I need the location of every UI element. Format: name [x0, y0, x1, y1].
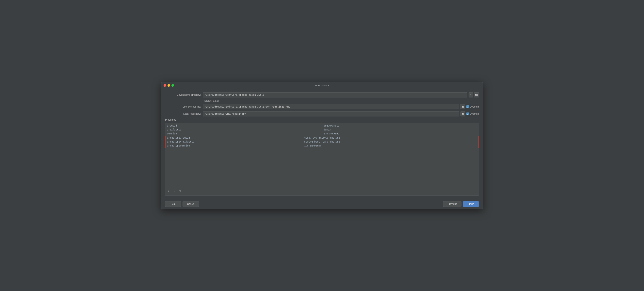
add-icon: +	[168, 190, 169, 193]
svg-rect-1	[475, 94, 476, 95]
user-settings-input[interactable]	[203, 104, 459, 109]
footer-left-buttons: Help Cancel	[165, 201, 199, 207]
maven-version-note: (Version: 3.6.3)	[203, 99, 479, 102]
cancel-button[interactable]: Cancel	[182, 201, 199, 207]
table-row[interactable]: artifactId demo3	[165, 128, 479, 132]
title-bar: New Project	[161, 82, 483, 89]
minimize-button[interactable]	[168, 84, 170, 87]
prop-val-archetype-version: 1.0-SNAPSHOT	[303, 144, 478, 148]
maximize-button[interactable]	[172, 84, 174, 87]
prop-val-version: 1.0-SNAPSHOT	[322, 132, 479, 136]
remove-property-button[interactable]: −	[172, 189, 177, 194]
table-row[interactable]: archetypeArtifactId spring-boot-jpa-arch…	[166, 140, 479, 144]
user-settings-input-group: Override	[203, 104, 479, 109]
dialog-content: Maven home directory: ▾ (Version: 3.6.3)…	[161, 89, 483, 199]
user-settings-override-label: Override	[470, 105, 479, 108]
user-settings-row: User settings file: Override	[165, 104, 479, 109]
user-settings-override-group: Override	[466, 105, 479, 108]
prop-val-archetype-artifactid: spring-boot-jpa-archetype	[303, 140, 478, 144]
finish-button[interactable]: Finish	[463, 201, 479, 207]
folder-icon	[462, 113, 464, 115]
table-row[interactable]: groupId org.example	[165, 124, 479, 128]
properties-container: groupId org.example artifactId demo3 ver…	[165, 123, 479, 195]
maven-home-label: Maven home directory:	[165, 94, 201, 96]
dialog-title: New Project	[315, 84, 329, 87]
table-row[interactable]: archetypeGroupId club.javafamily.archety…	[166, 136, 479, 140]
prop-val-groupid: org.example	[322, 124, 479, 128]
folder-icon	[475, 94, 478, 96]
maven-home-dropdown-button[interactable]: ▾	[468, 92, 473, 98]
local-repo-override-group: Override	[466, 113, 479, 115]
help-button[interactable]: Help	[165, 201, 181, 207]
local-repo-browse-button[interactable]	[460, 111, 465, 116]
user-settings-browse-button[interactable]	[460, 104, 465, 109]
maven-home-input-group: ▾	[203, 92, 479, 98]
prop-key-groupid: groupId	[165, 124, 322, 128]
properties-table-normal: groupId org.example artifactId demo3 ver…	[165, 124, 479, 136]
prop-key-artifactid: artifactId	[165, 128, 322, 132]
user-settings-override-checkbox[interactable]	[466, 105, 469, 108]
prop-key-archetype-artifactid: archetypeArtifactId	[166, 140, 303, 144]
previous-button[interactable]: Previous	[443, 201, 462, 207]
local-repo-label: Local repository:	[165, 113, 201, 115]
user-settings-label: User settings file:	[165, 105, 201, 108]
properties-spacer	[165, 148, 479, 187]
maven-home-browse-button[interactable]	[474, 92, 479, 98]
prop-key-archetype-version: archetypeVersion	[166, 144, 303, 148]
edit-property-button[interactable]: ✎	[178, 189, 183, 194]
table-row[interactable]: version 1.0-SNAPSHOT	[165, 132, 479, 136]
footer-right-buttons: Previous Finish	[443, 201, 479, 207]
table-toolbar: + − ✎	[165, 187, 479, 194]
prop-val-artifactid: demo3	[322, 128, 479, 132]
local-repo-input[interactable]	[203, 111, 459, 116]
folder-icon	[462, 106, 464, 108]
local-repo-row: Local repository: Override	[165, 111, 479, 116]
prop-val-archetype-groupid: club.javafamily.archetype	[303, 136, 478, 140]
new-project-dialog: New Project Maven home directory: ▾ (Ver…	[161, 82, 483, 209]
maven-home-row: Maven home directory: ▾	[165, 92, 479, 98]
maven-home-input[interactable]	[203, 92, 468, 98]
local-repo-override-checkbox[interactable]	[466, 113, 469, 115]
table-row[interactable]: archetypeVersion 1.0-SNAPSHOT	[166, 144, 479, 148]
svg-rect-3	[462, 106, 463, 107]
svg-rect-5	[462, 113, 463, 114]
window-controls	[164, 84, 174, 87]
edit-icon: ✎	[179, 189, 182, 193]
local-repo-input-group: Override	[203, 111, 479, 116]
add-property-button[interactable]: +	[166, 189, 171, 194]
prop-key-version: version	[165, 132, 322, 136]
properties-section-title: Properties	[165, 118, 479, 121]
highlighted-properties-table: archetypeGroupId club.javafamily.archety…	[165, 136, 479, 148]
dialog-footer: Help Cancel Previous Finish	[161, 199, 483, 209]
remove-icon: −	[174, 190, 175, 193]
close-button[interactable]	[164, 84, 166, 87]
local-repo-override-label: Override	[470, 113, 479, 115]
prop-key-archetype-groupid: archetypeGroupId	[166, 136, 303, 140]
